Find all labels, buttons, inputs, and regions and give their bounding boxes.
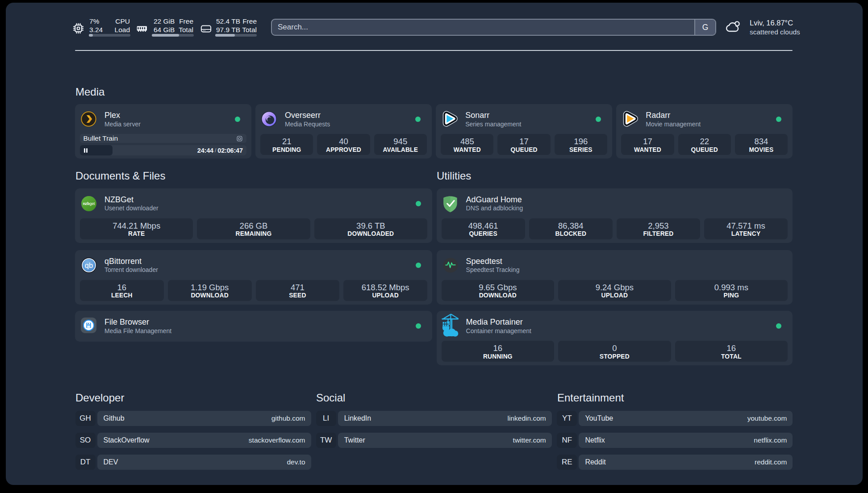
svg-text:nzbget: nzbget — [83, 201, 95, 206]
svg-text:qb: qb — [85, 261, 93, 269]
